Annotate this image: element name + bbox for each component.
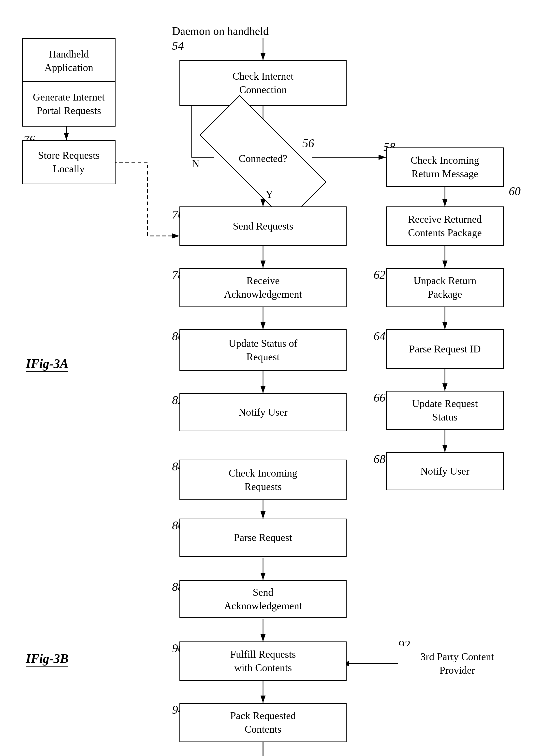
fig3a-label: IFig-3A bbox=[26, 356, 68, 372]
diagram: 72 Handheld Application 74 Generate Inte… bbox=[0, 0, 557, 756]
fig3b-label: IFig-3B bbox=[26, 651, 68, 667]
parse-request-box: Parse Request bbox=[179, 519, 347, 557]
receive-returned-label: Receive Returned Contents Package bbox=[408, 213, 482, 239]
receive-ack-box: Receive Acknowledgement bbox=[179, 268, 347, 307]
daemon-label: Daemon on handheld bbox=[172, 25, 269, 38]
check-internet-box: Check Internet Connection bbox=[179, 60, 347, 106]
fulfill-requests-box: Fulfill Requests with Contents bbox=[179, 641, 347, 681]
receive-returned-box: Receive Returned Contents Package bbox=[386, 207, 504, 246]
n-label: N bbox=[192, 157, 200, 170]
parse-request-id-box: Parse Request ID bbox=[386, 329, 504, 369]
label-60: 60 bbox=[509, 184, 521, 198]
unpack-return-box: Unpack Return Package bbox=[386, 268, 504, 307]
generate-requests-label: Generate Internet Portal Requests bbox=[33, 90, 105, 117]
store-requests-box: Store Requests Locally bbox=[22, 140, 116, 184]
label-64: 64 bbox=[374, 329, 385, 343]
y-label: Y bbox=[265, 188, 273, 201]
third-party-box: 3rd Party Content Provider bbox=[398, 646, 516, 681]
unpack-return-label: Unpack Return Package bbox=[413, 274, 476, 301]
third-party-label: 3rd Party Content Provider bbox=[420, 650, 494, 677]
update-status-label: Update Status of Request bbox=[229, 337, 297, 363]
check-incoming-req-box: Check Incoming Requests bbox=[179, 460, 347, 500]
parse-request-label: Parse Request bbox=[234, 531, 292, 544]
fulfill-requests-label: Fulfill Requests with Contents bbox=[230, 647, 296, 674]
label-66: 66 bbox=[374, 391, 385, 404]
generate-requests-box: Generate Internet Portal Requests bbox=[22, 81, 116, 127]
check-incoming-return-box: Check Incoming Return Message bbox=[386, 148, 504, 187]
store-requests-label: Store Requests Locally bbox=[38, 149, 100, 176]
connected-diamond: Connected? bbox=[202, 130, 324, 187]
send-ack-label: Send Acknowledgement bbox=[224, 586, 302, 612]
update-request-status-label: Update Request Status bbox=[412, 397, 478, 424]
pack-contents-box: Pack Requested Contents bbox=[179, 703, 347, 742]
label-62: 62 bbox=[374, 268, 385, 281]
handheld-app-box: Handheld Application bbox=[22, 38, 116, 84]
update-request-status-box: Update Request Status bbox=[386, 391, 504, 430]
handheld-app-label: Handheld Application bbox=[45, 48, 93, 74]
connected-label: Connected? bbox=[239, 152, 287, 165]
check-incoming-req-label: Check Incoming Requests bbox=[229, 466, 297, 493]
receive-ack-label: Receive Acknowledgement bbox=[224, 274, 302, 301]
notify-user-82-box: Notify User bbox=[179, 393, 347, 431]
pack-contents-label: Pack Requested Contents bbox=[230, 709, 296, 736]
notify-user-68-label: Notify User bbox=[420, 464, 469, 478]
label-68: 68 bbox=[374, 452, 385, 466]
send-ack-box: Send Acknowledgement bbox=[179, 580, 347, 618]
send-requests-box: Send Requests bbox=[179, 207, 347, 246]
parse-request-id-label: Parse Request ID bbox=[409, 342, 481, 356]
notify-user-68-box: Notify User bbox=[386, 452, 504, 490]
notify-user-82-label: Notify User bbox=[238, 405, 287, 419]
update-status-box: Update Status of Request bbox=[179, 329, 347, 371]
check-internet-label: Check Internet Connection bbox=[233, 69, 293, 96]
send-requests-label: Send Requests bbox=[233, 219, 293, 233]
check-incoming-return-label: Check Incoming Return Message bbox=[411, 154, 479, 180]
label-54: 54 bbox=[172, 39, 184, 52]
